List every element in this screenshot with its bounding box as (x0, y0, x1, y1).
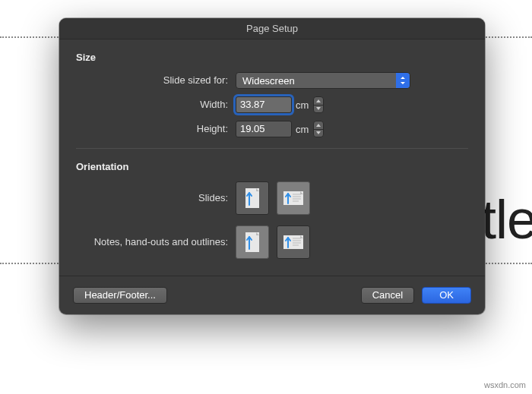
section-divider (76, 148, 468, 149)
height-unit: cm (296, 124, 309, 135)
header-footer-button[interactable]: Header/Footer... (73, 287, 167, 304)
landscape-page-icon (282, 189, 305, 207)
orientation-heading: Orientation (76, 161, 468, 172)
width-row: Width: 33.87 cm (76, 96, 468, 113)
slide-sized-for-row: Slide sized for: Widescreen (76, 72, 468, 89)
dialog-title: Page Setup (59, 18, 485, 39)
ok-button[interactable]: OK (422, 287, 471, 304)
dialog-body: Size Slide sized for: Widescreen Width: … (59, 39, 485, 276)
portrait-page-icon (243, 231, 261, 254)
height-label: Height: (76, 123, 236, 135)
dialog-footer: Header/Footer... Cancel OK (59, 276, 485, 314)
slides-orientation-row: Slides: (76, 181, 468, 215)
stepper-down-icon (314, 106, 323, 113)
stepper-up-icon (314, 97, 323, 106)
slide-sized-for-value: Widescreen (242, 75, 295, 87)
slide-sized-for-label: Slide sized for: (76, 74, 236, 87)
watermark: wsxdn.com (484, 380, 526, 389)
size-heading: Size (76, 52, 468, 63)
width-stepper[interactable] (313, 96, 324, 113)
select-stepper-icon (396, 73, 410, 88)
width-label: Width: (76, 99, 236, 111)
slides-orientation-label: Slides: (76, 192, 236, 204)
cancel-button[interactable]: Cancel (361, 287, 414, 304)
portrait-page-icon (243, 187, 261, 210)
slides-landscape-button[interactable] (277, 181, 310, 215)
notes-landscape-button[interactable] (277, 225, 310, 259)
height-stepper[interactable] (313, 121, 324, 137)
notes-orientation-row: Notes, hand-outs and outlines: (76, 225, 468, 259)
slide-sized-for-select[interactable]: Widescreen (236, 72, 410, 89)
page-setup-dialog: Page Setup Size Slide sized for: Widescr… (59, 18, 485, 314)
stepper-up-icon (314, 121, 323, 130)
slides-portrait-button[interactable] (236, 181, 269, 215)
stepper-down-icon (314, 130, 323, 137)
height-row: Height: 19.05 cm (76, 121, 468, 137)
background-partial-text: tle (481, 188, 532, 251)
height-input[interactable]: 19.05 (236, 121, 292, 137)
width-unit: cm (296, 99, 309, 111)
width-input[interactable]: 33.87 (236, 96, 292, 113)
landscape-page-icon (282, 233, 305, 251)
notes-orientation-label: Notes, hand-outs and outlines: (76, 236, 236, 248)
notes-portrait-button[interactable] (236, 225, 269, 259)
